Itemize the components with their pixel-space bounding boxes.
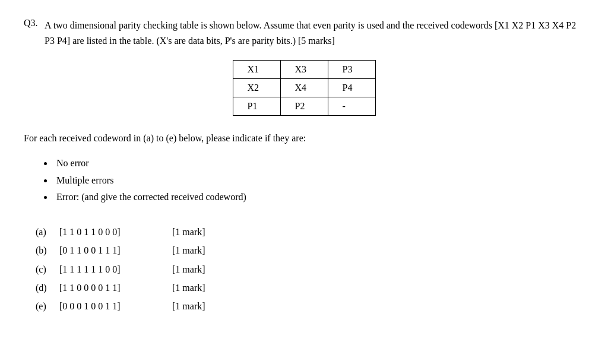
- sub-label-a: (a): [36, 224, 50, 240]
- table-row: P1 P2 -: [233, 97, 375, 116]
- table-container: X1 X3 P3 X2 X4 P4 P1 P2 -: [24, 60, 584, 116]
- sub-question-e: (e) [0 0 0 1 0 0 1 1] [1 mark]: [36, 298, 584, 314]
- table-cell: -: [328, 97, 375, 116]
- question-header: Q3. A two dimensional parity checking ta…: [24, 18, 584, 48]
- codeword-d: [1 1 0 0 0 0 1 1]: [59, 280, 163, 296]
- sub-label-d: (d): [36, 280, 50, 296]
- sub-label-b: (b): [36, 242, 50, 258]
- sub-question-c: (c) [1 1 1 1 1 1 0 0] [1 mark]: [36, 261, 584, 277]
- bullet-item-1: No error: [53, 155, 584, 172]
- mark-b: [1 mark]: [172, 242, 205, 258]
- sub-label-c: (c): [36, 261, 50, 277]
- bullet-item-3: Error: (and give the corrected received …: [53, 189, 584, 206]
- instructions-text: For each received codeword in (a) to (e)…: [24, 131, 584, 146]
- table-cell: P2: [280, 97, 328, 116]
- mark-d: [1 mark]: [172, 280, 205, 296]
- sub-label-e: (e): [36, 298, 50, 314]
- bullet-item-2: Multiple errors: [53, 172, 584, 189]
- table-cell: X3: [280, 61, 328, 79]
- sub-question-d: (d) [1 1 0 0 0 0 1 1] [1 mark]: [36, 280, 584, 296]
- mark-c: [1 mark]: [172, 261, 205, 277]
- question-number: Q3.: [24, 18, 45, 48]
- codeword-e: [0 0 0 1 0 0 1 1]: [59, 298, 163, 314]
- parity-table: X1 X3 P3 X2 X4 P4 P1 P2 -: [233, 60, 376, 116]
- question-text: A two dimensional parity checking table …: [45, 18, 584, 48]
- table-cell: X2: [233, 79, 280, 97]
- codeword-a: [1 1 0 1 1 0 0 0]: [59, 224, 163, 240]
- mark-e: [1 mark]: [172, 298, 205, 314]
- bullet-list: No error Multiple errors Error: (and giv…: [53, 155, 584, 206]
- mark-a: [1 mark]: [172, 224, 205, 240]
- table-row: X1 X3 P3: [233, 61, 375, 79]
- table-cell: X4: [280, 79, 328, 97]
- table-row: X2 X4 P4: [233, 79, 375, 97]
- sub-question-a: (a) [1 1 0 1 1 0 0 0] [1 mark]: [36, 224, 584, 240]
- codeword-b: [0 1 1 0 0 1 1 1]: [59, 242, 163, 258]
- table-cell: X1: [233, 61, 280, 79]
- table-cell: P3: [328, 61, 375, 79]
- sub-question-b: (b) [0 1 1 0 0 1 1 1] [1 mark]: [36, 242, 584, 258]
- table-cell: P1: [233, 97, 280, 116]
- sub-questions: (a) [1 1 0 1 1 0 0 0] [1 mark] (b) [0 1 …: [36, 224, 584, 314]
- table-cell: P4: [328, 79, 375, 97]
- codeword-c: [1 1 1 1 1 1 0 0]: [59, 261, 163, 277]
- question-container: Q3. A two dimensional parity checking ta…: [24, 18, 584, 314]
